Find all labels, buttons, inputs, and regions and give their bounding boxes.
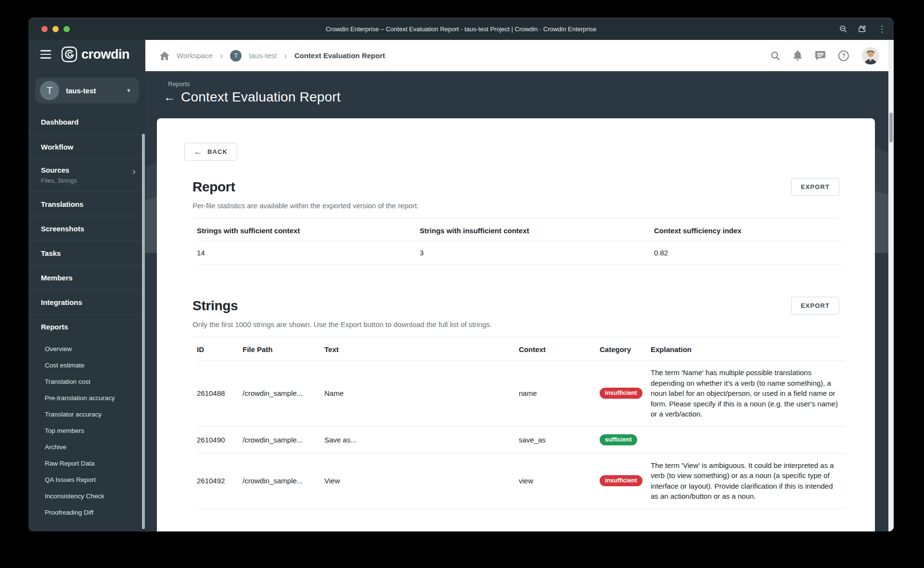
cell-id: 2610490	[197, 428, 243, 452]
page-scrollbar-thumb[interactable]	[889, 113, 893, 142]
chevron-right-icon: ›	[284, 50, 287, 61]
table-row[interactable]: 2610492 /crowdin_sample... View view ins…	[197, 454, 845, 509]
cell-id: 2610492	[197, 469, 243, 492]
report-stats-table: Strings with sufficient context Strings …	[197, 218, 845, 265]
subnav-qa-issues-report[interactable]: QA Issues Report	[28, 471, 145, 488]
content-card: ← BACK Report EXPORT Per-file statistics…	[157, 118, 875, 531]
crowdin-logo-icon	[61, 46, 77, 63]
cell-text: Save as...	[324, 428, 519, 452]
back-button[interactable]: ← BACK	[184, 143, 237, 161]
main-region: Workspace › T taus-test › Context Evalua…	[145, 40, 894, 531]
subnav-overview[interactable]: Overview	[28, 341, 145, 357]
sidebar: crowdin T taus-test ▼ Dashboard Workflow…	[28, 40, 145, 531]
report-section-title: Report	[192, 179, 235, 195]
cell-text: Name	[324, 381, 519, 405]
project-switcher[interactable]: T taus-test ▼	[35, 77, 139, 103]
sidebar-item-workflow[interactable]: Workflow	[28, 134, 145, 159]
cell-explanation: The term 'View' is ambiguous. It could b…	[651, 454, 845, 508]
subnav-archive[interactable]: Archive	[28, 439, 145, 455]
sidebar-item-screenshots[interactable]: Screenshots	[28, 216, 145, 240]
crowdin-wordmark: crowdin	[81, 47, 129, 62]
col-category: Category	[600, 337, 651, 360]
cell-context: save_as	[519, 428, 600, 452]
strings-table-header: ID File Path Text Context Category Expla…	[197, 337, 845, 361]
subnav-inconsistency-check[interactable]: Inconsistency Check	[28, 488, 145, 504]
page-title: Context Evaluation Report	[181, 89, 341, 105]
breadcrumb-project[interactable]: taus-test	[249, 51, 277, 60]
sidebar-scrollbar[interactable]	[142, 134, 145, 529]
messages-chat-icon[interactable]	[815, 51, 825, 61]
status-badge: sufficient	[600, 434, 637, 445]
status-badge: insufficient	[600, 475, 642, 486]
reports-subnav: Overview Cost estimate Translation cost …	[28, 339, 145, 524]
sidebar-item-translations[interactable]: Translations	[28, 191, 145, 216]
project-name: taus-test	[66, 87, 126, 95]
breadcrumb-current: Context Evaluation Report	[295, 51, 385, 60]
window-title: Crowdin Enterprise – Context Evaluation …	[28, 25, 894, 33]
home-icon[interactable]	[160, 51, 169, 60]
subnav-pre-translation-accuracy[interactable]: Pre-translation accuracy	[28, 390, 145, 406]
chevron-right-icon: ›	[220, 50, 223, 61]
cell-category: sufficient	[600, 427, 651, 453]
table-row[interactable]: 2610488 /crowdin_sample... Name name ins…	[197, 361, 845, 427]
cell-file-path: /crowdin_sample...	[243, 381, 324, 405]
breadcrumb-workspace[interactable]: Workspace	[177, 51, 213, 60]
subnav-translation-cost[interactable]: Translation cost	[28, 373, 145, 390]
strings-table: ID File Path Text Context Category Expla…	[197, 337, 845, 509]
col-text: Text	[324, 337, 519, 360]
strings-section-subtitle: Only the first 1000 strings are shown. U…	[192, 320, 839, 328]
subnav-cost-estimate[interactable]: Cost estimate	[28, 357, 145, 373]
col-file-path: File Path	[243, 337, 324, 360]
cell-explanation	[651, 433, 845, 446]
cell-explanation: The term 'Name' has multiple possible tr…	[651, 361, 845, 426]
notifications-bell-icon[interactable]	[793, 50, 802, 61]
table-row[interactable]: 2610490 /crowdin_sample... Save as... sa…	[197, 427, 845, 454]
sidebar-nav: Dashboard Workflow Sources Files, String…	[28, 110, 145, 524]
subnav-top-members[interactable]: Top members	[28, 422, 145, 439]
subnav-raw-report-data[interactable]: Raw Report Data	[28, 455, 145, 471]
stat-header-index: Context sufficiency index	[654, 218, 845, 241]
help-icon[interactable]: ?	[838, 50, 849, 61]
crowdin-logo[interactable]: crowdin	[61, 46, 129, 63]
chevron-right-icon: ›	[132, 166, 136, 176]
hamburger-menu-icon[interactable]	[40, 50, 51, 59]
browser-menu-icon[interactable]: ⋮	[878, 25, 886, 33]
cell-id: 2610488	[197, 381, 243, 405]
breadcrumb: Workspace › T taus-test › Context Evalua…	[160, 50, 385, 62]
hero-eyebrow: Reports	[168, 80, 190, 88]
cell-file-path: /crowdin_sample...	[243, 428, 324, 452]
sources-sublabel: Files, Strings	[41, 177, 134, 184]
page-scrollbar[interactable]	[888, 40, 894, 531]
stat-header-sufficient: Strings with sufficient context	[197, 218, 420, 241]
col-explanation: Explanation	[651, 337, 845, 360]
report-export-button[interactable]: EXPORT	[791, 178, 839, 196]
strings-export-button[interactable]: EXPORT	[791, 297, 839, 315]
sidebar-item-sources[interactable]: Sources Files, Strings ›	[28, 159, 145, 191]
subnav-proofreading-diff[interactable]: Proofreading Diff	[28, 504, 145, 520]
subnav-translator-accuracy[interactable]: Translator accuracy	[28, 406, 145, 422]
breadcrumb-project-avatar[interactable]: T	[230, 50, 242, 62]
cell-text: View	[324, 469, 519, 492]
extensions-puzzle-icon[interactable]	[858, 25, 867, 34]
sidebar-logo-row: crowdin	[28, 40, 145, 69]
stat-header-insufficient: Strings with insufficient context	[420, 218, 654, 241]
sidebar-item-tasks[interactable]: Tasks	[28, 240, 145, 265]
report-section-subtitle: Per-file statistics are available within…	[192, 202, 839, 210]
col-id: ID	[197, 337, 243, 360]
search-icon[interactable]	[770, 51, 780, 61]
sidebar-item-dashboard[interactable]: Dashboard	[28, 110, 145, 134]
back-arrow-icon[interactable]: ←	[164, 91, 175, 103]
sidebar-item-members[interactable]: Members	[28, 265, 145, 290]
cell-context: name	[519, 381, 600, 405]
cell-context: view	[519, 469, 600, 492]
user-avatar[interactable]	[862, 47, 879, 64]
chevron-down-icon: ▼	[126, 88, 131, 93]
sidebar-item-reports[interactable]: Reports	[28, 314, 145, 339]
project-avatar: T	[40, 81, 59, 100]
stat-value-sufficient: 14	[197, 241, 420, 265]
zoom-out-icon[interactable]	[839, 25, 847, 33]
app-header: Workspace › T taus-test › Context Evalua…	[145, 40, 894, 71]
sidebar-item-integrations[interactable]: Integrations	[28, 290, 145, 314]
browser-titlebar: Crowdin Enterprise – Context Evaluation …	[28, 18, 894, 40]
cell-category: insufficient	[600, 380, 651, 406]
